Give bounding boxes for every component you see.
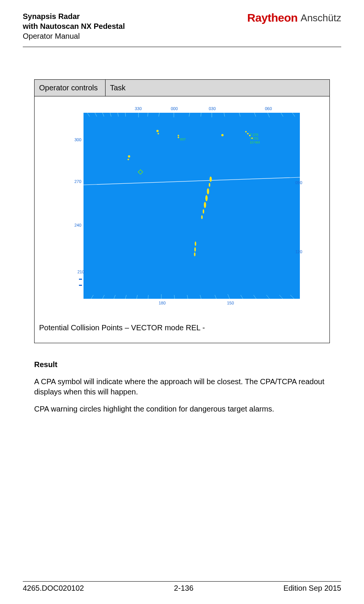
radar-display: 330 000 030 060 300 270 240 210 180 150 bbox=[61, 103, 304, 308]
radar-image-wrapper: 330 000 030 060 300 270 240 210 180 150 bbox=[38, 103, 326, 308]
table-body-row: 330 000 030 060 300 270 240 210 180 150 bbox=[35, 96, 330, 343]
bearing-000: 000 bbox=[171, 106, 178, 111]
bearing-090: 090 bbox=[295, 180, 302, 185]
small-mark-1 bbox=[79, 279, 82, 280]
target-label-4: 10 NM bbox=[250, 140, 260, 144]
bearing-150: 150 bbox=[227, 301, 234, 305]
svg-point-55 bbox=[194, 247, 196, 252]
table-header-row: Operator controls Task bbox=[35, 80, 330, 96]
result-heading: Result bbox=[34, 360, 330, 377]
bearing-060: 060 bbox=[265, 106, 272, 111]
svg-point-51 bbox=[204, 202, 206, 208]
bearing-030: 030 bbox=[209, 106, 216, 111]
small-mark-2 bbox=[79, 285, 82, 286]
svg-point-53 bbox=[201, 215, 203, 219]
target-label-3: T 275 bbox=[250, 137, 258, 140]
svg-point-40 bbox=[221, 134, 224, 136]
footer-page: 2-136 bbox=[174, 584, 193, 593]
table-header-operator-controls: Operator controls bbox=[35, 80, 106, 96]
radar-ppi-bg bbox=[84, 113, 300, 299]
svg-point-38 bbox=[178, 135, 179, 136]
title-line-1: Synapsis Radar bbox=[23, 11, 125, 21]
svg-point-47 bbox=[210, 177, 212, 182]
footer-edition: Edition Sep 2015 bbox=[284, 584, 341, 593]
table-header-task: Task bbox=[105, 80, 329, 96]
title-line-2: with Nautoscan NX Pedestal bbox=[23, 21, 125, 31]
target-label-1: 007 bbox=[180, 137, 186, 141]
svg-point-54 bbox=[195, 241, 196, 246]
bearing-120: 120 bbox=[295, 249, 302, 254]
svg-point-46 bbox=[128, 159, 129, 160]
table-body-cell: 330 000 030 060 300 270 240 210 180 150 bbox=[35, 96, 330, 343]
header-divider bbox=[23, 47, 341, 47]
document-title-block: Synapsis Radar with Nautoscan NX Pedesta… bbox=[23, 11, 125, 41]
brand-block: Raytheon Anschütz bbox=[247, 11, 341, 24]
bearing-180: 180 bbox=[159, 301, 165, 305]
brand-raytheon: Raytheon bbox=[247, 11, 298, 24]
radar-svg: 330 000 030 060 300 270 240 210 180 150 bbox=[61, 103, 304, 308]
bearing-240: 240 bbox=[74, 223, 81, 227]
bearing-300: 300 bbox=[74, 137, 81, 142]
svg-point-56 bbox=[194, 252, 195, 256]
svg-point-42 bbox=[247, 133, 249, 134]
svg-point-41 bbox=[245, 131, 247, 132]
svg-point-36 bbox=[156, 130, 159, 132]
operator-task-table: Operator controls Task bbox=[34, 79, 330, 343]
bearing-330: 330 bbox=[135, 106, 142, 111]
page-header: Synapsis Radar with Nautoscan NX Pedesta… bbox=[0, 0, 364, 45]
svg-point-52 bbox=[203, 209, 204, 214]
title-line-3: Operator Manual bbox=[23, 31, 125, 41]
bearing-270: 270 bbox=[74, 179, 81, 184]
target-label-2: T 275 bbox=[250, 133, 258, 137]
svg-point-37 bbox=[158, 133, 159, 134]
page-footer: 4265.DOC020102 2-136 Edition Sep 2015 bbox=[23, 581, 341, 593]
svg-point-39 bbox=[178, 137, 179, 138]
result-paragraph-1: A CPA symbol will indicate where the app… bbox=[34, 377, 330, 404]
brand-anschuetz: Anschütz bbox=[301, 12, 341, 24]
footer-doc-number: 4265.DOC020102 bbox=[23, 584, 84, 593]
bearing-210: 210 bbox=[77, 270, 84, 274]
svg-point-48 bbox=[209, 183, 210, 187]
svg-point-49 bbox=[207, 188, 209, 194]
main-content: Operator controls Task bbox=[0, 49, 364, 429]
result-section: Result A CPA symbol will indicate where … bbox=[34, 343, 330, 421]
svg-point-45 bbox=[128, 155, 130, 158]
result-paragraph-2: CPA warning circles highlight the condit… bbox=[34, 404, 330, 421]
footer-row: 4265.DOC020102 2-136 Edition Sep 2015 bbox=[23, 582, 341, 593]
figure-caption: Potential Collision Points – VECTOR mode… bbox=[38, 308, 326, 332]
svg-point-50 bbox=[205, 195, 208, 201]
